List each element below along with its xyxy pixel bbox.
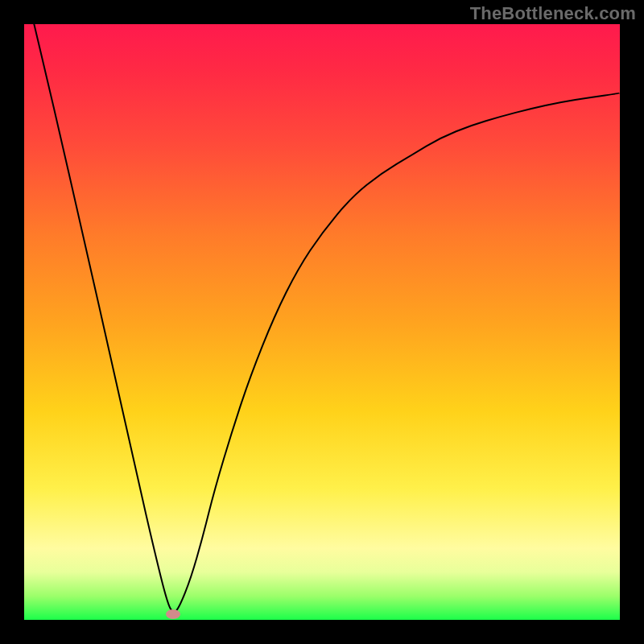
curve-minimum-marker [166,609,180,619]
bottleneck-curve [24,24,620,620]
chart-frame: TheBottleneck.com [0,0,644,644]
watermark-text: TheBottleneck.com [470,3,636,24]
plot-area [24,24,620,620]
curve-path [24,24,620,612]
